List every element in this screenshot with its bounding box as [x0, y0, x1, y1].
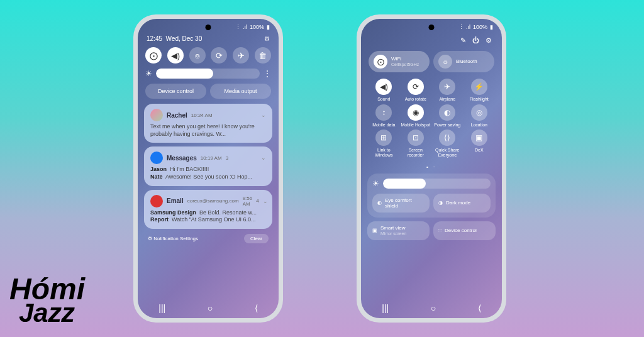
settings-icon[interactable]: ⚙ [264, 35, 270, 42]
qs-power-saving[interactable]: ◐Power saving [432, 104, 463, 128]
phone-right: ⋮ .ıl 100%▮ ✎ ⏻ ⚙ ⨀ WiFiCellSpot5GHz ⌾ B… [357, 14, 506, 323]
brightness-slider[interactable]: ☀ [372, 179, 491, 194]
more-icon[interactable]: ⋮ [264, 69, 271, 78]
home-button[interactable]: ○ [431, 303, 436, 313]
power-icon[interactable]: ⏻ [472, 36, 479, 45]
notification-card[interactable]: Rachel10:24 AM⌄Text me when you get here… [144, 104, 272, 143]
back-button[interactable]: ⟨ [255, 303, 258, 313]
camera-cutout [206, 25, 211, 30]
phone-left: ⋮ .ıl 100%▮ 12:45 Wed, Dec 30 ⚙ ⨀◀)⌾⟳✈🗑 … [133, 14, 283, 323]
smart-view-tile[interactable]: ▣Smart viewMirror screen [367, 221, 430, 240]
brightness-icon: ☀ [145, 69, 152, 78]
nav-bar: ||| ○ ⟨ [361, 303, 502, 313]
qs-dex[interactable]: ▣DeX [464, 130, 495, 157]
qs-auto-rotate[interactable]: ⟳Auto rotate [401, 79, 431, 102]
qs-airplane[interactable]: ✈Airplane [432, 79, 463, 102]
qs-link-to-windows[interactable]: ⊞Link to Windows [369, 130, 399, 157]
sound-toggle[interactable]: ◀) [167, 47, 184, 64]
chevron-down-icon[interactable]: ⌄ [261, 155, 266, 161]
eye-comfort-toggle[interactable]: ◐Eye comfort shield [372, 194, 430, 213]
signal-icon: ⋮ .ıl [458, 24, 470, 30]
brightness-slider[interactable]: ☀ ⋮ [144, 69, 272, 84]
bluetooth-tile[interactable]: ⌾ Bluetooth [433, 51, 494, 72]
notification-settings-link[interactable]: ⚙ Notification Settings [148, 236, 198, 241]
qs-screen-recorder[interactable]: ⊡Screen recorder [401, 130, 431, 157]
camera-cutout [429, 25, 435, 30]
media-output-button[interactable]: Media output [210, 84, 271, 99]
date-line: 12:45 Wed, Dec 30 ⚙ [144, 34, 272, 47]
home-button[interactable]: ○ [208, 303, 213, 313]
trash-toggle[interactable]: 🗑 [255, 47, 271, 64]
chevron-down-icon[interactable]: ⌄ [263, 198, 268, 204]
brightness-icon: ☀ [372, 179, 379, 188]
settings-icon[interactable]: ⚙ [486, 36, 492, 45]
device-control-button[interactable]: Device control [145, 84, 206, 99]
time-text: 12:45 [147, 35, 162, 42]
avatar [150, 152, 163, 164]
bluetooth-icon: ⌾ [438, 55, 452, 69]
airplane-toggle[interactable]: ✈ [233, 47, 249, 64]
notification-card[interactable]: Emailcoreux@samsung.com9:56 AM4⌄Samsung … [144, 190, 272, 229]
clear-button[interactable]: Clear [244, 234, 269, 243]
rotate-toggle[interactable]: ⟳ [211, 47, 227, 64]
battery-text: 100% [473, 24, 487, 30]
date-text: Wed, Dec 30 [166, 35, 203, 42]
qs-mobile-data[interactable]: ↕Mobile data [369, 104, 399, 128]
notification-card[interactable]: Messages10:19 AM3⌄Jason Hi I'm BACK!!!!!… [144, 146, 272, 185]
battery-text: 100% [250, 24, 264, 30]
quick-settings-grid: ◀)Sound⟳Auto rotate✈Airplane⚡Flashlight↕… [367, 76, 496, 163]
quick-toggle-row: ⨀◀)⌾⟳✈🗑 [144, 47, 272, 69]
bluetooth-toggle[interactable]: ⌾ [189, 47, 206, 64]
device-control-tile[interactable]: ∷Device control [433, 221, 496, 240]
signal-icon: ⋮ .ıl [235, 24, 247, 30]
recents-button[interactable]: ||| [158, 303, 165, 313]
avatar [150, 195, 163, 207]
page-indicator: • · [367, 163, 496, 174]
wifi-tile[interactable]: ⨀ WiFiCellSpot5GHz [369, 51, 430, 72]
edit-icon[interactable]: ✎ [460, 36, 466, 45]
qs-sound[interactable]: ◀)Sound [369, 79, 399, 102]
wifi-toggle[interactable]: ⨀ [145, 47, 162, 64]
watermark-logo: Hómi Jazz [9, 277, 85, 324]
qs-flashlight[interactable]: ⚡Flashlight [464, 79, 495, 102]
chevron-down-icon[interactable]: ⌄ [261, 112, 266, 118]
qs-location[interactable]: ◎Location [464, 104, 495, 128]
qs-quick-share-everyone[interactable]: ⟨⟩Quick Share Everyone [432, 130, 463, 157]
dark-mode-toggle[interactable]: ◑Dark mode [433, 194, 491, 213]
wifi-icon: ⨀ [374, 55, 387, 69]
brightness-panel: ☀ ◐Eye comfort shield ◑Dark mode [367, 174, 496, 218]
nav-bar: ||| ○ ⟨ [138, 303, 279, 313]
qs-mobile-hotspot[interactable]: ◉Mobile Hotspot [401, 104, 431, 128]
back-button[interactable]: ⟨ [478, 303, 481, 313]
recents-button[interactable]: ||| [382, 303, 389, 313]
avatar [150, 109, 163, 121]
